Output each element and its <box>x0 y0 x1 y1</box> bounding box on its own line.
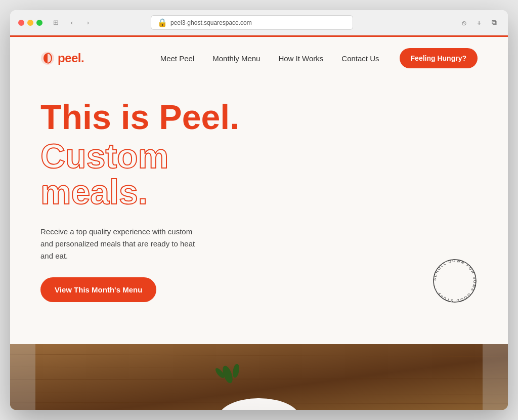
browser-window: ⊞ ‹ › 🔒 peel3-ghost.squarespace.com ⎋ + … <box>10 10 508 410</box>
back-button[interactable]: ‹ <box>65 17 79 28</box>
tabs-icon[interactable]: ⧉ <box>489 17 500 28</box>
svg-text:SCROLL DOWN FOR SOME GOOD STUF: SCROLL DOWN FOR SOME GOOD STUFF · <box>433 259 477 303</box>
scroll-badge: SCROLL DOWN FOR SOME GOOD STUFF · <box>432 258 478 304</box>
sidebar-toggle[interactable]: ⊞ <box>49 17 63 28</box>
food-image-background <box>10 344 508 410</box>
nav-contact-us[interactable]: Contact Us <box>341 54 379 63</box>
logo-text: peel. <box>58 51 84 65</box>
nav-links: Meet Peel Monthly Menu How It Works Cont… <box>160 54 379 63</box>
food-image-section <box>10 344 508 410</box>
scroll-badge-svg: SCROLL DOWN FOR SOME GOOD STUFF · <box>432 258 478 304</box>
traffic-lights <box>18 20 42 26</box>
browser-chrome: ⊞ ‹ › 🔒 peel3-ghost.squarespace.com ⎋ + … <box>10 10 508 35</box>
new-tab-icon[interactable]: + <box>473 17 485 28</box>
nav-meet-peel[interactable]: Meet Peel <box>160 54 195 63</box>
navigation: peel. Meet Peel Monthly Menu How It Work… <box>10 37 508 79</box>
nav-monthly-menu[interactable]: Monthly Menu <box>212 54 260 63</box>
hero-description: Receive a top quality experience with cu… <box>40 226 202 262</box>
svg-rect-13 <box>10 344 35 410</box>
close-button[interactable] <box>18 20 24 26</box>
hero-section: This is Peel. Custom meals. Receive a to… <box>10 79 508 344</box>
browser-actions: ⎋ + ⧉ <box>458 17 500 28</box>
food-image-svg <box>10 344 508 410</box>
logo[interactable]: peel. <box>40 51 84 65</box>
share-icon[interactable]: ⎋ <box>458 17 469 28</box>
nav-how-it-works[interactable]: How It Works <box>278 54 323 63</box>
lock-icon: 🔒 <box>157 18 167 27</box>
browser-controls: ⊞ ‹ › <box>49 17 95 28</box>
feeling-hungry-button[interactable]: Feeling Hungry? <box>400 48 478 68</box>
view-menu-button[interactable]: View This Month's Menu <box>40 277 156 302</box>
hero-title-outline: Custom meals. <box>40 138 478 211</box>
logo-icon <box>40 51 55 65</box>
url-text: peel3-ghost.squarespace.com <box>170 19 252 26</box>
hero-title-solid: This is Peel. <box>40 100 478 134</box>
address-bar[interactable]: 🔒 peel3-ghost.squarespace.com <box>151 15 353 30</box>
website-content: peel. Meet Peel Monthly Menu How It Work… <box>10 37 508 410</box>
minimize-button[interactable] <box>27 20 33 26</box>
maximize-button[interactable] <box>36 20 42 26</box>
svg-rect-14 <box>483 344 508 410</box>
forward-button[interactable]: › <box>81 17 95 28</box>
